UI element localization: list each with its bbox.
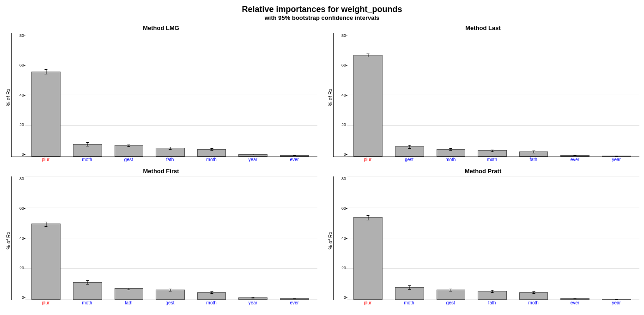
y-label-lmg: % of R2 [5, 33, 11, 162]
x-label: ever [554, 157, 596, 162]
bar-wrapper [347, 55, 389, 157]
x-label: plur [347, 300, 389, 305]
x-label: moth [430, 157, 471, 162]
bar-wrapper [67, 282, 109, 300]
bar-wrapper [108, 145, 150, 157]
panel-title-first: Method First [143, 168, 179, 175]
x-label: moth [191, 157, 232, 162]
error-bar [368, 54, 368, 57]
chart-area-last: % of R2020406080plurgestmothmothfathever… [327, 33, 639, 162]
panel-title-pratt: Method Pratt [465, 168, 501, 175]
bar-group [191, 292, 232, 300]
bar-wrapper [108, 288, 150, 300]
charts-grid: Method LMG% of R2020406080plurmothgestfa… [0, 21, 644, 308]
grid-line [347, 176, 639, 176]
error-bar [128, 145, 129, 147]
grid-line [347, 238, 639, 238]
x-labels-lmg: plurmothgestfathmothyearever [11, 157, 317, 162]
bar-wrapper [472, 291, 513, 300]
bar-wrapper [595, 299, 637, 300]
bars-container-lmg: 020406080 [11, 33, 317, 157]
error-bar [450, 148, 451, 151]
bar-group [67, 282, 109, 300]
y-tick: 80 [12, 176, 25, 181]
bar-wrapper [232, 297, 274, 300]
bar-wrapper [430, 290, 472, 300]
chart-area-pratt: % of R2020406080plurmothgestfathmothever… [327, 176, 639, 305]
x-label: gest [108, 157, 149, 162]
x-label: ever [273, 157, 315, 162]
bar-wrapper [389, 146, 431, 157]
bar-group [347, 217, 389, 300]
x-label: ever [273, 300, 315, 305]
x-label: year [232, 300, 274, 305]
bar [519, 292, 548, 300]
x-labels-first: plurmothfathgestmothyearever [11, 300, 317, 305]
bar [478, 150, 507, 157]
main-subtitle: with 95% bootstrap confidence intervals [0, 14, 644, 21]
y-tick: 40 [334, 236, 347, 241]
bar-wrapper [347, 217, 389, 300]
main-title-area: Relative importances for weight_pounds w… [0, 0, 644, 21]
error-bar [534, 291, 534, 294]
x-label: ever [554, 300, 596, 305]
bar-wrapper [472, 150, 513, 157]
bar-wrapper [513, 292, 554, 300]
bar [437, 290, 466, 300]
y-label-last: % of R2 [327, 33, 333, 162]
page-container: Relative importances for weight_pounds w… [0, 0, 644, 308]
bar-group [513, 151, 554, 157]
grid-line [25, 33, 317, 33]
bar-wrapper [150, 290, 191, 300]
grid-line [347, 207, 639, 207]
error-bar [170, 147, 170, 150]
bar-group [430, 290, 472, 300]
panel-first: Method First% of R2020406080plurmothfath… [0, 164, 322, 308]
bar-group [232, 154, 274, 157]
y-tick: 0 [12, 152, 25, 157]
error-bar [212, 291, 212, 294]
bar [197, 292, 226, 300]
grid-line [25, 268, 317, 269]
y-ticks-lmg: 020406080 [12, 33, 25, 157]
bar-group [191, 149, 232, 157]
error-bar [409, 145, 410, 149]
bar-group [150, 148, 191, 157]
error-bar [128, 288, 129, 291]
bar [519, 151, 548, 157]
bar [115, 288, 144, 300]
y-ticks-pratt: 020406080 [334, 176, 347, 300]
bar-group [347, 55, 389, 157]
error-bar [87, 280, 88, 284]
bar [395, 287, 424, 300]
y-label-first: % of R2 [5, 176, 11, 305]
grid-line [25, 238, 317, 238]
error-bar [492, 150, 492, 152]
y-tick: 60 [12, 206, 25, 211]
bar-wrapper [150, 148, 191, 157]
error-bar [253, 154, 253, 155]
bar [353, 55, 383, 157]
bar-group [430, 149, 472, 157]
bar-group [472, 150, 513, 157]
y-tick: 0 [12, 295, 25, 300]
x-label: fath [471, 300, 513, 305]
bar [280, 155, 309, 157]
error-bar [450, 289, 451, 291]
y-tick: 80 [334, 176, 347, 181]
bar-wrapper [430, 149, 472, 157]
bar-group [554, 155, 596, 157]
bar-group [150, 290, 191, 300]
panel-lmg: Method LMG% of R2020406080plurmothgestfa… [0, 21, 322, 164]
bar-group [554, 298, 596, 300]
grid-line [25, 64, 317, 64]
bar [560, 155, 589, 157]
bar-group [389, 287, 431, 300]
error-bar [575, 155, 575, 156]
y-tick: 60 [334, 63, 347, 67]
x-label: gest [430, 300, 471, 305]
y-tick: 20 [334, 122, 347, 127]
x-label: moth [67, 300, 108, 305]
error-bar [170, 289, 170, 291]
bar-wrapper [389, 287, 431, 300]
